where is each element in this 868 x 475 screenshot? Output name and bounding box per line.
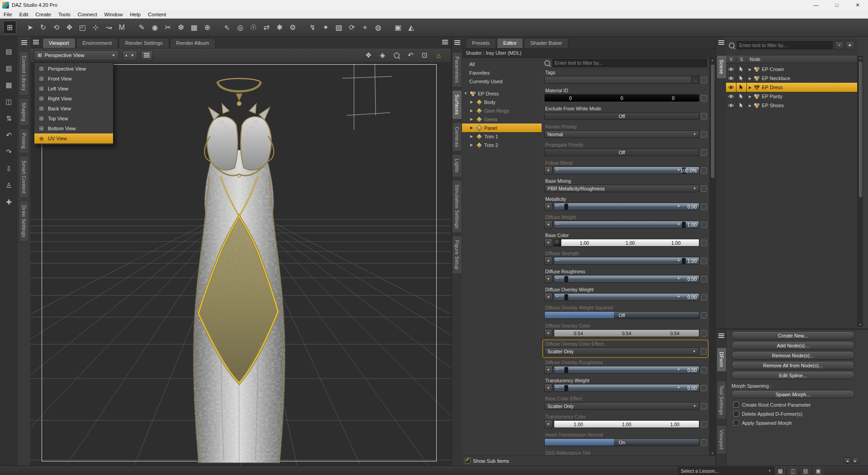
viewport-options-button[interactable] xyxy=(141,50,153,61)
menu-window[interactable]: Window xyxy=(101,11,127,18)
scene-node-ep-necklace[interactable]: ▶ EP Necklace xyxy=(726,74,857,83)
redo-icon[interactable]: ↷ xyxy=(0,146,18,158)
expand-icon[interactable]: ▶ xyxy=(749,76,753,81)
tree-item-trim-1[interactable]: ▶Trim 1 xyxy=(462,132,542,141)
prop-settings-icon[interactable] xyxy=(701,439,707,446)
tree-item-favorites[interactable]: Favorites xyxy=(462,68,542,77)
frame-view-icon[interactable]: ⊡ xyxy=(419,50,430,61)
slider-knob[interactable] xyxy=(682,222,686,228)
prop-settings-icon[interactable] xyxy=(701,113,707,119)
tab-shader-baker[interactable]: Shader Baker xyxy=(524,38,568,48)
expand-icon[interactable]: ▶ xyxy=(749,95,753,99)
tab-surfaces[interactable]: Surfaces xyxy=(452,90,462,119)
expand-icon[interactable]: ▶ xyxy=(470,100,474,104)
menu-item-left-view[interactable]: ⊞Left View xyxy=(34,84,113,94)
tree-item-ep-dress[interactable]: ▼ EP Dress xyxy=(462,89,542,98)
slider-knob[interactable] xyxy=(564,276,568,283)
visibility-eye-icon[interactable] xyxy=(726,92,736,101)
prop-settings-icon[interactable] xyxy=(701,294,707,300)
menu-connect[interactable]: Connect xyxy=(74,11,101,18)
visibility-eye-icon[interactable] xyxy=(726,65,736,74)
camera-icon[interactable]: ◎ xyxy=(234,21,246,33)
tab-content-library[interactable]: Content Library xyxy=(19,51,29,95)
menu-item-front-view[interactable]: ⊞Front View xyxy=(34,74,113,84)
filter-options-button[interactable]: ▶ xyxy=(846,41,854,50)
tab-parameters[interactable]: Parameters xyxy=(452,52,462,87)
color-control[interactable]: 1.001.001.00 xyxy=(554,239,699,247)
prop-settings-icon[interactable] xyxy=(701,312,707,318)
rotate-view-icon[interactable]: ↶ xyxy=(405,50,416,61)
tree-item-gem-rings[interactable]: ▶Gem Rings xyxy=(462,106,542,115)
save-icon[interactable]: ◫ xyxy=(0,96,18,108)
dropdown-control[interactable]: Scatter Only▼ xyxy=(544,347,699,355)
menu-file[interactable]: File xyxy=(0,11,16,18)
translate-tool-icon[interactable]: ✥ xyxy=(63,21,75,33)
param-options-button[interactable]: ▼ xyxy=(544,256,552,265)
tab-figure-setup[interactable]: Figure Setup xyxy=(452,236,462,274)
toggle-control[interactable]: Off xyxy=(544,148,699,156)
layout-single-icon[interactable]: ▣ xyxy=(814,467,823,475)
surfaces-pane-menu-icon[interactable] xyxy=(454,40,460,45)
orbit-tool-icon[interactable]: ◈ xyxy=(377,50,388,61)
slider-control[interactable]: −+100.0% xyxy=(554,166,699,174)
prop-settings-icon[interactable] xyxy=(701,185,707,192)
prop-settings-icon[interactable] xyxy=(701,131,707,138)
new-camera-icon[interactable]: ⊕ xyxy=(201,21,213,33)
remove-all-from-nodes-button[interactable]: Remove All from Node(s)... xyxy=(731,361,854,370)
viewport-3d-canvas[interactable]: ⊞Perspective View ⊞Front View ⊞Left View… xyxy=(30,62,451,466)
snowflake-icon[interactable]: ✱ xyxy=(274,21,286,33)
param-options-button[interactable]: ▼ xyxy=(544,220,552,229)
dform-pane-menu-icon[interactable] xyxy=(718,333,724,338)
add-node-icon[interactable]: ▧ xyxy=(333,21,345,33)
prop-settings-icon[interactable] xyxy=(701,204,707,210)
zoom-tool-icon[interactable] xyxy=(391,50,402,61)
scroll-down-icon[interactable]: ▼ xyxy=(710,451,715,456)
menu-help[interactable]: Help xyxy=(127,11,145,18)
layout-split-icon[interactable]: ◫ xyxy=(788,467,797,475)
close-button[interactable]: ✕ xyxy=(847,0,868,10)
add-content-icon[interactable]: ✚ xyxy=(0,196,18,208)
toggle-control[interactable]: On xyxy=(544,438,699,446)
toggle-control[interactable]: Off xyxy=(544,112,699,120)
rotate-tool-icon[interactable]: ↻ xyxy=(37,21,49,33)
show-sub-items-checkbox[interactable]: ✓ xyxy=(465,458,471,464)
scrollbar-thumb[interactable] xyxy=(711,64,715,178)
prop-settings-icon[interactable] xyxy=(701,149,707,156)
layout-grid-icon[interactable]: ▦ xyxy=(776,467,785,475)
expand-icon[interactable]: ▶ xyxy=(749,104,753,108)
param-options-button[interactable]: ▼ xyxy=(544,329,552,337)
prop-settings-icon[interactable] xyxy=(701,403,707,409)
slider-control[interactable]: −+1.00 xyxy=(554,257,699,265)
scroll-up-icon[interactable]: ▲ xyxy=(858,56,863,60)
expand-open-icon[interactable]: ▼ xyxy=(464,91,468,95)
scroll-down-icon[interactable]: ▼ xyxy=(858,323,863,327)
tab-render-album[interactable]: Render Album xyxy=(170,38,216,48)
tab-editor[interactable]: Editor xyxy=(497,38,523,48)
slider-control[interactable]: −+1.00 xyxy=(554,221,699,228)
tab-posing[interactable]: Posing xyxy=(19,128,29,153)
pointer-tool-icon[interactable]: ⇖ xyxy=(221,21,233,33)
properties-scrollbar[interactable]: ▲ ▼ xyxy=(709,58,715,456)
add-nodes-button[interactable]: Add Node(s)... xyxy=(731,341,854,350)
menu-content[interactable]: Content xyxy=(144,11,170,18)
dropdown-control[interactable]: PBR Metallicity/Roughness▼ xyxy=(544,185,699,192)
color-control[interactable]: 0.540.540.54 xyxy=(554,329,699,337)
slider-control[interactable]: −+0.00 xyxy=(554,275,699,283)
create-root-control-parameter-checkbox[interactable] xyxy=(733,402,739,408)
minimize-button[interactable]: — xyxy=(806,0,826,10)
tab-cameras[interactable]: Cameras xyxy=(452,122,462,152)
add-figure-icon[interactable]: ☉ xyxy=(247,21,259,33)
param-options-button[interactable]: ▼ xyxy=(544,275,552,283)
param-options-button[interactable]: ▼ xyxy=(544,384,552,392)
visibility-eye-icon[interactable] xyxy=(726,74,736,83)
tree-item-gems[interactable]: ▶Gems xyxy=(462,115,542,124)
slider-knob[interactable] xyxy=(682,258,686,265)
menu-create[interactable]: Create xyxy=(32,11,55,18)
tab-simulation-settings[interactable]: Simulation Settings xyxy=(452,180,462,233)
tab-tool-settings[interactable]: Tool Settings xyxy=(717,381,726,419)
draw-style-button[interactable]: ◐ ▼ xyxy=(122,50,137,61)
param-options-button[interactable]: ▼ xyxy=(544,166,552,175)
scroll-left-button[interactable]: ◀ xyxy=(844,457,851,464)
material-id-values[interactable]: 000 xyxy=(544,94,699,102)
color-control[interactable]: 1.001.001.00 xyxy=(554,420,699,428)
